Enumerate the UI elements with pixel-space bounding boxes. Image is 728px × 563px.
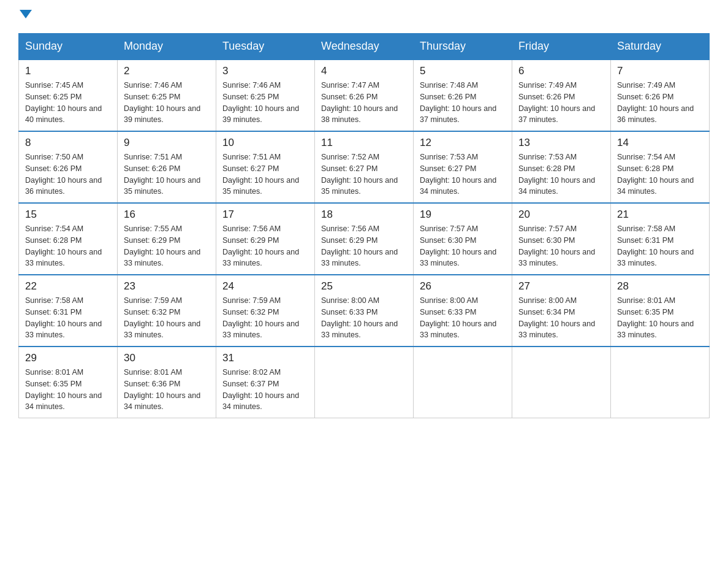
day-info: Sunrise: 7:46 AMSunset: 6:25 PMDaylight:…: [124, 81, 200, 124]
day-number: 18: [321, 209, 407, 221]
day-info: Sunrise: 8:00 AMSunset: 6:34 PMDaylight:…: [518, 296, 595, 339]
day-number: 8: [25, 137, 111, 149]
week-row-1: 1 Sunrise: 7:45 AMSunset: 6:25 PMDayligh…: [19, 59, 710, 131]
calendar-cell: 27 Sunrise: 8:00 AMSunset: 6:34 PMDaylig…: [512, 275, 611, 347]
day-number: 20: [518, 209, 604, 221]
day-info: Sunrise: 7:51 AMSunset: 6:27 PMDaylight:…: [222, 153, 299, 196]
day-info: Sunrise: 7:49 AMSunset: 6:26 PMDaylight:…: [617, 81, 694, 124]
day-number: 1: [25, 65, 111, 77]
calendar-cell: [611, 347, 710, 418]
header-wednesday: Wednesday: [315, 34, 414, 60]
calendar-cell: 5 Sunrise: 7:48 AMSunset: 6:26 PMDayligh…: [414, 59, 512, 131]
day-number: 25: [321, 280, 407, 293]
week-row-2: 8 Sunrise: 7:50 AMSunset: 6:26 PMDayligh…: [19, 131, 710, 203]
day-number: 3: [222, 65, 308, 77]
day-info: Sunrise: 7:53 AMSunset: 6:28 PMDaylight:…: [518, 153, 595, 196]
calendar-cell: 17 Sunrise: 7:56 AMSunset: 6:29 PMDaylig…: [216, 203, 315, 275]
day-number: 10: [222, 137, 308, 149]
day-number: 24: [222, 280, 308, 293]
logo-triangle-icon: [20, 10, 32, 18]
day-number: 19: [420, 209, 506, 221]
page-header: [18, 12, 710, 21]
day-info: Sunrise: 8:00 AMSunset: 6:33 PMDaylight:…: [321, 296, 398, 339]
calendar-cell: 4 Sunrise: 7:47 AMSunset: 6:26 PMDayligh…: [315, 59, 414, 131]
calendar-cell: 18 Sunrise: 7:56 AMSunset: 6:29 PMDaylig…: [315, 203, 414, 275]
day-info: Sunrise: 7:59 AMSunset: 6:32 PMDaylight:…: [124, 296, 200, 339]
calendar-cell: [414, 347, 512, 418]
day-number: 15: [25, 209, 111, 221]
calendar-cell: 8 Sunrise: 7:50 AMSunset: 6:26 PMDayligh…: [19, 131, 118, 203]
day-info: Sunrise: 8:00 AMSunset: 6:33 PMDaylight:…: [420, 296, 496, 339]
week-row-5: 29 Sunrise: 8:01 AMSunset: 6:35 PMDaylig…: [19, 347, 710, 418]
day-number: 6: [518, 65, 604, 77]
header-friday: Friday: [512, 34, 611, 60]
day-info: Sunrise: 7:53 AMSunset: 6:27 PMDaylight:…: [420, 153, 496, 196]
calendar-cell: 12 Sunrise: 7:53 AMSunset: 6:27 PMDaylig…: [414, 131, 512, 203]
day-number: 4: [321, 65, 407, 77]
day-number: 23: [124, 280, 210, 293]
day-number: 5: [420, 65, 506, 77]
day-number: 17: [222, 209, 308, 221]
day-info: Sunrise: 8:01 AMSunset: 6:36 PMDaylight:…: [124, 368, 200, 411]
calendar-cell: 2 Sunrise: 7:46 AMSunset: 6:25 PMDayligh…: [118, 59, 216, 131]
calendar-cell: 1 Sunrise: 7:45 AMSunset: 6:25 PMDayligh…: [19, 59, 118, 131]
calendar-cell: 31 Sunrise: 8:02 AMSunset: 6:37 PMDaylig…: [216, 347, 315, 418]
header-monday: Monday: [118, 34, 216, 60]
day-number: 31: [222, 352, 308, 364]
day-info: Sunrise: 7:47 AMSunset: 6:26 PMDaylight:…: [321, 81, 398, 124]
week-row-4: 22 Sunrise: 7:58 AMSunset: 6:31 PMDaylig…: [19, 275, 710, 347]
day-info: Sunrise: 7:55 AMSunset: 6:29 PMDaylight:…: [124, 224, 200, 267]
day-info: Sunrise: 7:50 AMSunset: 6:26 PMDaylight:…: [25, 153, 102, 196]
calendar-cell: 13 Sunrise: 7:53 AMSunset: 6:28 PMDaylig…: [512, 131, 611, 203]
calendar-cell: 16 Sunrise: 7:55 AMSunset: 6:29 PMDaylig…: [118, 203, 216, 275]
day-info: Sunrise: 7:56 AMSunset: 6:29 PMDaylight:…: [222, 224, 299, 267]
day-info: Sunrise: 7:52 AMSunset: 6:27 PMDaylight:…: [321, 153, 398, 196]
day-number: 16: [124, 209, 210, 221]
calendar-cell: 28 Sunrise: 8:01 AMSunset: 6:35 PMDaylig…: [611, 275, 710, 347]
day-number: 26: [420, 280, 506, 293]
calendar-cell: 11 Sunrise: 7:52 AMSunset: 6:27 PMDaylig…: [315, 131, 414, 203]
day-number: 12: [420, 137, 506, 149]
day-info: Sunrise: 7:51 AMSunset: 6:26 PMDaylight:…: [124, 153, 200, 196]
day-number: 7: [617, 65, 703, 77]
calendar-cell: 22 Sunrise: 7:58 AMSunset: 6:31 PMDaylig…: [19, 275, 118, 347]
day-number: 29: [25, 352, 111, 364]
day-number: 22: [25, 280, 111, 293]
day-number: 14: [617, 137, 703, 149]
day-number: 11: [321, 137, 407, 149]
calendar-cell: [512, 347, 611, 418]
logo: [18, 12, 32, 21]
day-info: Sunrise: 7:59 AMSunset: 6:32 PMDaylight:…: [222, 296, 299, 339]
day-number: 30: [124, 352, 210, 364]
day-info: Sunrise: 8:02 AMSunset: 6:37 PMDaylight:…: [222, 368, 299, 411]
calendar-cell: 14 Sunrise: 7:54 AMSunset: 6:28 PMDaylig…: [611, 131, 710, 203]
day-info: Sunrise: 7:57 AMSunset: 6:30 PMDaylight:…: [420, 224, 496, 267]
day-info: Sunrise: 7:58 AMSunset: 6:31 PMDaylight:…: [25, 296, 102, 339]
day-info: Sunrise: 7:46 AMSunset: 6:25 PMDaylight:…: [222, 81, 299, 124]
day-number: 21: [617, 209, 703, 221]
header-row: SundayMondayTuesdayWednesdayThursdayFrid…: [19, 34, 710, 60]
calendar-cell: 19 Sunrise: 7:57 AMSunset: 6:30 PMDaylig…: [414, 203, 512, 275]
calendar-cell: 7 Sunrise: 7:49 AMSunset: 6:26 PMDayligh…: [611, 59, 710, 131]
calendar-cell: 10 Sunrise: 7:51 AMSunset: 6:27 PMDaylig…: [216, 131, 315, 203]
calendar-cell: 30 Sunrise: 8:01 AMSunset: 6:36 PMDaylig…: [118, 347, 216, 418]
day-number: 9: [124, 137, 210, 149]
day-number: 2: [124, 65, 210, 77]
week-row-3: 15 Sunrise: 7:54 AMSunset: 6:28 PMDaylig…: [19, 203, 710, 275]
day-info: Sunrise: 8:01 AMSunset: 6:35 PMDaylight:…: [25, 368, 102, 411]
calendar-table: SundayMondayTuesdayWednesdayThursdayFrid…: [18, 33, 710, 418]
calendar-cell: 23 Sunrise: 7:59 AMSunset: 6:32 PMDaylig…: [118, 275, 216, 347]
header-saturday: Saturday: [611, 34, 710, 60]
day-number: 13: [518, 137, 604, 149]
day-info: Sunrise: 7:58 AMSunset: 6:31 PMDaylight:…: [617, 224, 694, 267]
day-info: Sunrise: 7:48 AMSunset: 6:26 PMDaylight:…: [420, 81, 496, 124]
day-info: Sunrise: 7:45 AMSunset: 6:25 PMDaylight:…: [25, 81, 102, 124]
day-info: Sunrise: 7:49 AMSunset: 6:26 PMDaylight:…: [518, 81, 595, 124]
calendar-cell: 15 Sunrise: 7:54 AMSunset: 6:28 PMDaylig…: [19, 203, 118, 275]
calendar-cell: 24 Sunrise: 7:59 AMSunset: 6:32 PMDaylig…: [216, 275, 315, 347]
header-sunday: Sunday: [19, 34, 118, 60]
calendar-cell: 29 Sunrise: 8:01 AMSunset: 6:35 PMDaylig…: [19, 347, 118, 418]
calendar-cell: [315, 347, 414, 418]
calendar-cell: 26 Sunrise: 8:00 AMSunset: 6:33 PMDaylig…: [414, 275, 512, 347]
calendar-cell: 25 Sunrise: 8:00 AMSunset: 6:33 PMDaylig…: [315, 275, 414, 347]
